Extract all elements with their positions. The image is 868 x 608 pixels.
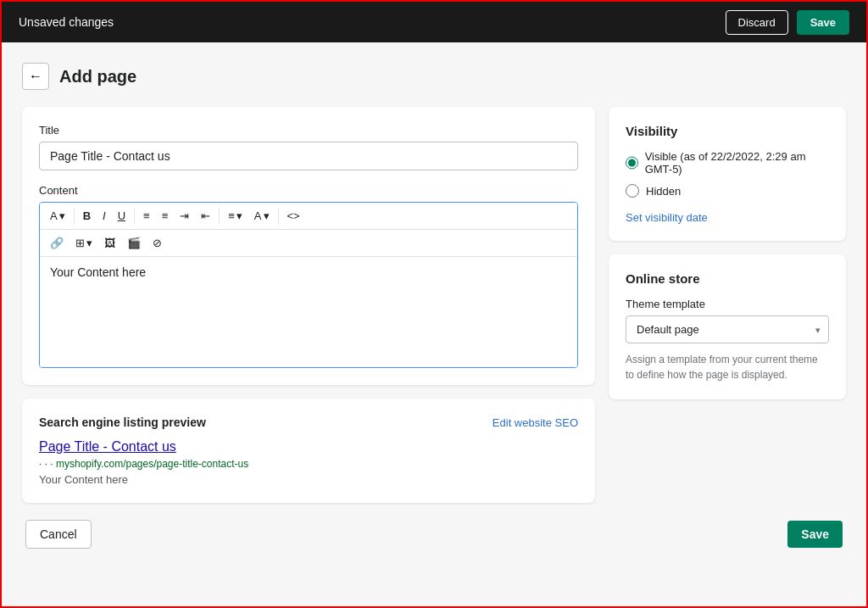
back-button[interactable]: ← <box>22 63 49 90</box>
toolbar-row-2: 🔗 ⊞ ▾ 🖼 🎬 ⊘ <box>40 230 577 257</box>
video-icon: 🎬 <box>127 237 141 249</box>
theme-description: Assign a template from your current them… <box>626 352 829 382</box>
ol-icon: ≡ <box>162 209 169 222</box>
align-dropdown-icon: ▾ <box>236 209 242 222</box>
online-store-card: Online store Theme template Default page… <box>609 254 846 399</box>
text-color-button[interactable]: A ▾ <box>249 206 275 226</box>
right-column: Visibility Visible (as of 22/2/2022, 2:2… <box>609 107 846 399</box>
align-icon: ≡ <box>228 209 235 222</box>
video-button[interactable]: 🎬 <box>122 233 146 253</box>
color-dropdown-icon: ▾ <box>264 209 270 222</box>
seo-preview-url: · · · myshopify.com/pages/page-title-con… <box>39 458 578 470</box>
table-button[interactable]: ⊞ ▾ <box>70 233 97 253</box>
italic-icon: I <box>103 209 106 222</box>
align-button[interactable]: ≡ ▾ <box>223 206 248 226</box>
table-dropdown-icon: ▾ <box>86 237 92 249</box>
indent-icon: ⇥ <box>180 209 189 222</box>
seo-card: Search engine listing preview Edit websi… <box>22 399 595 503</box>
block-icon: ⊘ <box>153 237 162 249</box>
title-input[interactable] <box>39 142 578 170</box>
theme-select-wrapper: Default page contact page faq ▾ <box>626 315 829 343</box>
separator <box>134 208 135 225</box>
editor-text: Your Content here <box>50 265 146 279</box>
title-label: Title <box>39 124 578 137</box>
discard-button[interactable]: Discard <box>726 10 788 35</box>
top-bar-actions: Discard Save <box>726 10 849 35</box>
font-icon: A <box>50 209 58 222</box>
bottom-actions: Cancel Save <box>22 520 846 549</box>
editor-wrapper: A ▾ B I U ≡ ≡ ⇥ ⇤ ≡ <box>39 202 578 368</box>
link-icon: 🔗 <box>50 237 64 249</box>
image-button[interactable]: 🖼 <box>99 233 120 253</box>
underline-icon: U <box>118 209 125 222</box>
toolbar-row-1: A ▾ B I U ≡ ≡ ⇥ ⇤ ≡ <box>40 203 577 230</box>
visible-label: Visible (as of 22/2/2022, 2:29 am GMT-5) <box>645 150 829 176</box>
seo-section-label: Search engine listing preview <box>39 416 206 429</box>
link-button[interactable]: 🔗 <box>45 233 69 253</box>
visible-option: Visible (as of 22/2/2022, 2:29 am GMT-5) <box>626 150 829 176</box>
font-dropdown-icon: ▾ <box>59 209 65 222</box>
seo-header: Search engine listing preview Edit websi… <box>39 416 578 429</box>
online-store-heading: Online store <box>626 271 829 286</box>
unordered-list-button[interactable]: ≡ <box>138 206 155 226</box>
content-card: Title Content A ▾ B I U <box>22 107 595 385</box>
separator <box>74 208 75 225</box>
code-icon: <> <box>287 209 300 222</box>
bold-icon: B <box>83 209 91 222</box>
underline-button[interactable]: U <box>113 206 131 226</box>
page-content: ← Add page Title Content A ▾ <box>2 42 866 566</box>
main-layout: Title Content A ▾ B I U <box>22 107 846 503</box>
visibility-heading: Visibility <box>626 124 829 138</box>
content-label: Content <box>39 184 578 197</box>
hidden-radio[interactable] <box>626 184 639 198</box>
italic-button[interactable]: I <box>97 206 111 226</box>
block-button[interactable]: ⊘ <box>147 233 167 253</box>
theme-template-select[interactable]: Default page contact page faq <box>626 315 829 343</box>
save-top-button[interactable]: Save <box>797 10 849 35</box>
edit-seo-link[interactable]: Edit website SEO <box>492 416 578 429</box>
page-title: Add page <box>59 67 136 86</box>
hidden-label: Hidden <box>646 185 681 198</box>
separator <box>219 208 220 225</box>
font-size-button[interactable]: A ▾ <box>45 206 70 226</box>
set-visibility-date-link[interactable]: Set visibility date <box>626 211 708 224</box>
visible-radio[interactable] <box>626 156 638 170</box>
table-icon: ⊞ <box>75 237 85 249</box>
ordered-list-button[interactable]: ≡ <box>157 206 174 226</box>
save-bottom-button[interactable]: Save <box>787 521 843 548</box>
unsaved-changes-label: Unsaved changes <box>19 15 114 29</box>
hidden-option: Hidden <box>626 184 829 198</box>
top-bar: Unsaved changes Discard Save <box>2 2 866 42</box>
theme-template-label: Theme template <box>626 298 829 310</box>
code-button[interactable]: <> <box>282 206 305 226</box>
visibility-card: Visibility Visible (as of 22/2/2022, 2:2… <box>609 107 846 241</box>
separator <box>278 208 279 225</box>
outdent-button[interactable]: ⇤ <box>196 206 215 226</box>
editor-content-area[interactable]: Your Content here <box>40 257 577 367</box>
back-icon: ← <box>29 69 42 84</box>
outdent-icon: ⇤ <box>201 209 210 222</box>
indent-button[interactable]: ⇥ <box>175 206 194 226</box>
left-column: Title Content A ▾ B I U <box>22 107 595 503</box>
ul-icon: ≡ <box>143 209 150 222</box>
seo-preview-title[interactable]: Page Title - Contact us <box>39 439 578 455</box>
bold-button[interactable]: B <box>78 206 96 226</box>
image-icon: 🖼 <box>104 237 115 249</box>
cancel-button[interactable]: Cancel <box>25 520 92 549</box>
page-header: ← Add page <box>22 63 846 90</box>
text-color-icon: A <box>254 209 262 222</box>
seo-preview-description: Your Content here <box>39 473 578 486</box>
